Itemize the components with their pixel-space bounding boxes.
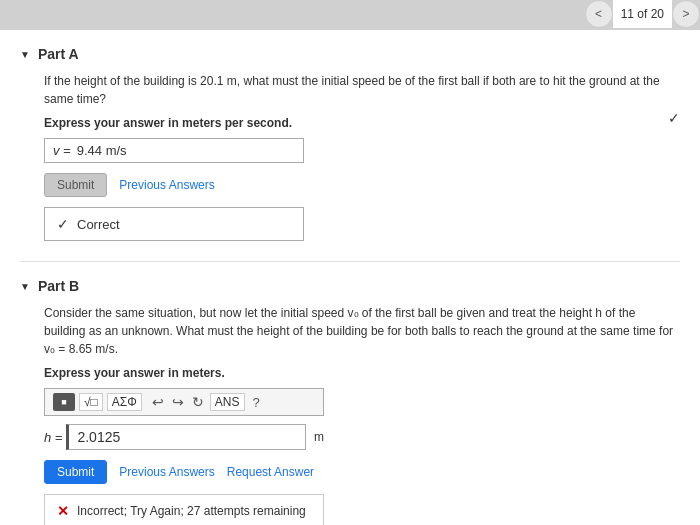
part-b-var: h = bbox=[44, 430, 62, 445]
part-a-label: Part A bbox=[38, 46, 79, 62]
part-b-header: ▼ Part B bbox=[20, 278, 680, 294]
part-b-input[interactable] bbox=[66, 424, 306, 450]
part-b-buttons: Submit Previous Answers Request Answer bbox=[44, 460, 680, 484]
next-button[interactable]: > bbox=[672, 0, 700, 28]
part-b-answer-row: h = m bbox=[44, 424, 324, 450]
prev-button[interactable]: < bbox=[585, 0, 613, 28]
incorrect-label: Incorrect; Try Again; 27 attempts remain… bbox=[77, 504, 306, 518]
part-a-correct-box: ✓ Correct bbox=[44, 207, 304, 241]
check-icon: ✓ bbox=[57, 216, 69, 232]
part-a-collapse-icon[interactable]: ▼ bbox=[20, 49, 30, 60]
help-btn[interactable]: ? bbox=[253, 395, 260, 410]
part-b-collapse-icon[interactable]: ▼ bbox=[20, 281, 30, 292]
sqrt-icon[interactable]: √□ bbox=[79, 393, 103, 411]
main-content: ✓ ▼ Part A If the height of the building… bbox=[0, 30, 700, 525]
part-b-express-label: Express your answer in meters. bbox=[44, 366, 680, 380]
math-toolbar: ■ √□ ΑΣΦ ↩ ↪ ↻ ANS ? bbox=[44, 388, 324, 416]
part-a-submit-btn[interactable]: Submit bbox=[44, 173, 107, 197]
refresh-btn[interactable]: ↻ bbox=[190, 394, 206, 410]
part-b-question: Consider the same situation, but now let… bbox=[44, 304, 680, 358]
x-icon: ✕ bbox=[57, 503, 69, 519]
correct-label: Correct bbox=[77, 217, 120, 232]
ans-btn[interactable]: ANS bbox=[210, 393, 245, 411]
part-b-incorrect-box: ✕ Incorrect; Try Again; 27 attempts rema… bbox=[44, 494, 324, 525]
part-a-prev-answers-link[interactable]: Previous Answers bbox=[119, 178, 214, 192]
redo-btn[interactable]: ↪ bbox=[170, 394, 186, 410]
part-b-section: ▼ Part B Consider the same situation, bu… bbox=[20, 278, 680, 525]
part-a-content: If the height of the building is 20.1 m,… bbox=[20, 72, 680, 241]
part-a-express-label: Express your answer in meters per second… bbox=[44, 116, 680, 130]
top-navigation: < 11 of 20 > bbox=[585, 0, 700, 28]
part-b-request-link[interactable]: Request Answer bbox=[227, 465, 314, 479]
formula-icon[interactable]: ■ bbox=[53, 393, 75, 411]
part-b-submit-btn[interactable]: Submit bbox=[44, 460, 107, 484]
part-a-answer-display: v = 9.44 m/s bbox=[44, 138, 304, 163]
part-b-label: Part B bbox=[38, 278, 79, 294]
part-a-value: 9.44 m/s bbox=[77, 143, 295, 158]
part-a-buttons: Submit Previous Answers bbox=[44, 173, 680, 197]
undo-btn[interactable]: ↩ bbox=[150, 394, 166, 410]
checkmark-indicator: ✓ bbox=[668, 110, 680, 126]
part-a-header: ▼ Part A bbox=[20, 46, 680, 62]
question-counter: 11 of 20 bbox=[613, 0, 672, 28]
math-symbols-btn[interactable]: ΑΣΦ bbox=[107, 393, 142, 411]
part-a-section: ▼ Part A If the height of the building i… bbox=[20, 46, 680, 241]
part-a-question: If the height of the building is 20.1 m,… bbox=[44, 72, 680, 108]
part-a-var: v = bbox=[53, 143, 71, 158]
part-b-content: Consider the same situation, but now let… bbox=[20, 304, 680, 525]
part-b-prev-answers-link[interactable]: Previous Answers bbox=[119, 465, 214, 479]
section-divider bbox=[20, 261, 680, 262]
part-b-unit: m bbox=[314, 430, 324, 444]
